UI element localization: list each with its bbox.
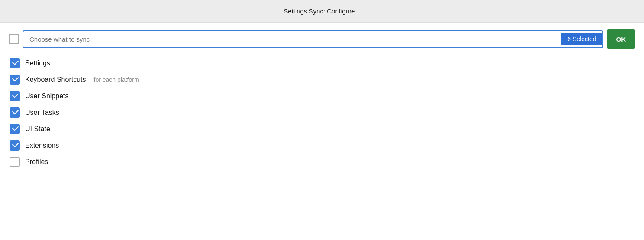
title-bar-text: Settings Sync: Configure... <box>283 7 361 15</box>
items-list: SettingsKeyboard Shortcutsfor each platf… <box>9 55 635 170</box>
checkbox-profiles[interactable] <box>10 157 20 167</box>
checkbox-ui-state[interactable] <box>10 124 20 134</box>
checkbox-settings[interactable] <box>10 58 20 68</box>
select-all-checkbox[interactable] <box>9 34 19 44</box>
label-settings: Settings <box>25 59 50 67</box>
label-user-tasks: User Tasks <box>25 109 59 117</box>
checkbox-keyboard-shortcuts[interactable] <box>10 75 20 85</box>
search-input-wrapper: 6 Selected <box>23 30 603 48</box>
label-ui-state: UI State <box>25 125 50 133</box>
label-user-snippets: User Snippets <box>25 92 69 100</box>
list-item-user-snippets: User Snippets <box>9 88 635 104</box>
search-input[interactable] <box>23 31 561 47</box>
main-content: 6 Selected OK SettingsKeyboard Shortcuts… <box>0 23 644 240</box>
sublabel-keyboard-shortcuts: for each platform <box>94 76 139 83</box>
selected-badge: 6 Selected <box>561 33 602 45</box>
label-keyboard-shortcuts: Keyboard Shortcuts <box>25 76 86 84</box>
list-item-ui-state: UI State <box>9 121 635 137</box>
checkbox-user-tasks[interactable] <box>10 107 20 118</box>
label-profiles: Profiles <box>25 158 48 166</box>
list-item-extensions: Extensions <box>9 138 635 153</box>
ok-button[interactable]: OK <box>607 29 636 49</box>
list-item-user-tasks: User Tasks <box>9 105 635 120</box>
title-bar: Settings Sync: Configure... <box>0 0 644 23</box>
label-extensions: Extensions <box>25 142 59 149</box>
list-item-profiles: Profiles <box>9 154 635 170</box>
list-item-settings: Settings <box>9 55 635 71</box>
search-row: 6 Selected OK <box>9 29 635 49</box>
list-item-keyboard-shortcuts: Keyboard Shortcutsfor each platform <box>9 72 635 88</box>
checkbox-user-snippets[interactable] <box>10 91 20 101</box>
checkbox-extensions[interactable] <box>10 140 20 151</box>
